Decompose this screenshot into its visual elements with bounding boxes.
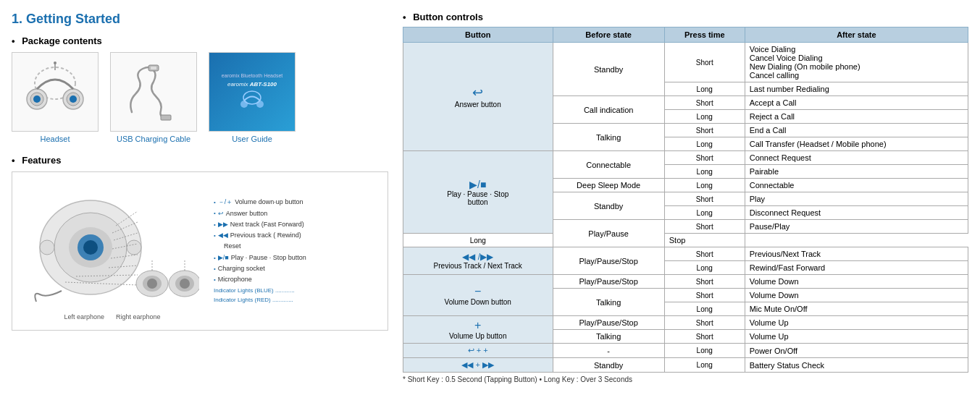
cell-after-22: Battery Status Check [745,358,968,373]
feature-label-8: Indicator Lights (RED) ............. [214,295,306,305]
feature-label-2: • ▶▶ Next track (Fast Forward) [214,219,306,230]
track-symbol: ◀◀ /▶▶ [408,252,548,262]
cable-label: USB Charging Cable [117,135,190,143]
cell-talking-2: Talking [553,289,664,316]
feature-label-7: Indicator Lights (BLUE) ............ [214,286,306,296]
cell-after-17: Volume Down [745,289,968,302]
cell-talking-1: Talking [553,124,664,151]
cell-short-9: Short [664,289,745,302]
cell-after-13: Stop [664,234,745,247]
left-earphone-label: Left earphone [64,313,104,320]
button-controls-title: • Button controls [403,12,968,22]
cell-after-8: Pairable [745,165,968,179]
cell-after-10: Play [745,192,968,206]
cell-after-12: Pause/Play [745,220,968,234]
cell-short-3: Short [664,124,745,137]
cell-dash: - [553,344,664,358]
battery-symbol: ◀◀ + ▶▶ [461,360,494,369]
cell-short-5: Short [664,192,745,206]
button-controls-table: Button Before state Press time After sta… [403,27,968,373]
cell-play-pause: Play/Pause [553,220,664,247]
table-row: ↩ Answer button Standby Short Voice Dial… [403,43,968,82]
svg-point-13 [240,101,248,108]
cell-after-19: Volume Up [745,316,968,330]
cell-battery-button: ◀◀ + ▶▶ [403,358,553,373]
cell-after-3: Accept a Call [745,96,968,110]
cell-long-11: Long [664,358,745,373]
feature-label-5: • Charging socket [214,263,306,274]
cell-after-9: Connectable [745,179,968,192]
feature-label-0: • －/＋ Volume down·up button [214,197,306,208]
cell-short-7: Short [664,247,745,261]
package-item-cable: USB Charging Cable [110,52,197,143]
feature-label-6: • Microphone [214,274,306,285]
cell-short-11: Short [664,330,745,344]
headset-image-box [12,52,99,132]
cell-standby-2: Standby [553,192,664,220]
cell-talking-3: Talking [553,330,664,344]
cell-after-11: Disconnect Request [745,206,968,220]
cell-short-6: Short [664,220,745,234]
svg-point-14 [256,101,264,108]
right-panel: • Button controls Button Before state Pr… [403,12,968,383]
table-row: − Volume Down button Play/Pause/Stop Sho… [403,275,968,289]
feature-label-1: • ↩ Answer button [214,208,306,219]
headset-label: Headset [41,135,70,143]
table-body: ↩ Answer button Standby Short Voice Dial… [403,43,968,373]
bullet-icon: • [12,35,15,46]
cell-after-6: Call Transfer (Headset / Mobile phone) [745,137,968,151]
package-item-guide: earomix Bluetooth Headset earomix ABT-S1… [209,52,296,143]
vol-down-symbol: − [408,285,548,298]
col-before: Before state [553,27,664,43]
feature-bullet-2: • [214,220,216,230]
col-press: Press time [664,27,745,43]
cell-vol-up-button: + Volume Up button [403,316,553,344]
package-contents-title: • Package contents [12,35,388,46]
feature-bullet-3: • [214,231,216,241]
cell-after-7: Connect Request [745,151,968,165]
guide-brand-line: earomix Bluetooth Headset [222,73,282,78]
cell-call-indication: Call indication [553,96,664,124]
answer-label: Answer button [408,101,548,109]
cell-short-8: Short [664,275,745,289]
answer-symbol: ↩ [408,85,548,101]
track-label: Previous Track / Next Track [408,262,548,270]
svg-point-19 [83,240,98,255]
table-row: ◀◀ /▶▶ Previous Track / Next Track Play/… [403,247,968,261]
cell-answer-button: ↩ Answer button [403,43,553,151]
vol-up-label: Volume Up button [408,332,548,340]
cell-after-4: Reject a Call [745,110,968,124]
svg-point-6 [70,95,77,103]
cell-play-pause-stop-1: Play/Pause/Stop [553,247,664,275]
cable-image-box [110,52,197,132]
cell-long-1: Long [664,82,745,96]
cell-power-button: ↩ + + [403,344,553,358]
svg-point-20 [40,240,54,255]
cell-connectable: Connectable [553,151,664,179]
cell-after-20: Volume Up [745,330,968,344]
cell-long-2: Long [664,110,745,124]
cell-short-4: Short [664,151,745,165]
svg-point-3 [33,95,41,103]
cell-standby-1: Standby [553,43,664,96]
vol-up-symbol: + [408,319,548,332]
feature-bullet-1: • [214,208,216,218]
feature-bullet-5: • [214,264,216,274]
cell-play-pause-stop-2: Play/Pause/Stop [553,275,664,289]
cell-after-1: Voice DialingCancel Voice DialingNew Dia… [745,43,968,82]
cell-vol-down-button: − Volume Down button [403,275,553,316]
svg-point-21 [127,240,141,255]
cell-long-3: Long [664,137,745,151]
svg-point-8 [54,61,56,64]
feature-label-reset: Reset [214,241,306,252]
svg-point-27 [180,279,190,289]
cell-long-10: Long [664,344,745,358]
svg-point-24 [147,279,157,289]
features-box: Left earphone Right earphone • －/＋ Volum… [12,171,388,331]
cell-after-18: Mic Mute On/Off [745,302,968,316]
play-symbol: ▶/■ [408,179,548,190]
cell-long-5: Long [664,179,745,192]
cell-after-2: Last number Redialing [745,82,968,96]
cell-after-16: Volume Down [745,275,968,289]
feature-bullet-6: • [214,275,216,285]
